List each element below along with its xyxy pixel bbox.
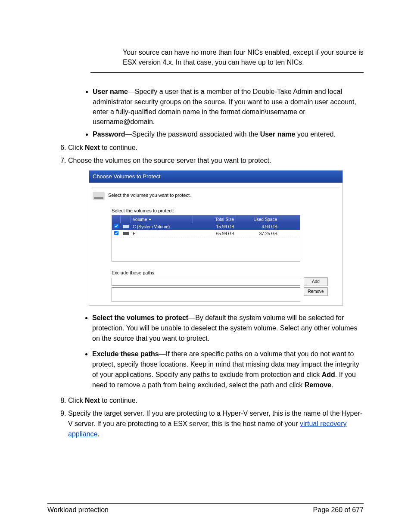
divider	[90, 72, 364, 73]
password-text-1: —Specify the password associated with th…	[125, 131, 260, 138]
b2-add: Add	[322, 371, 335, 378]
sort-asc-icon	[149, 218, 151, 220]
step6-bold: Next	[85, 144, 100, 151]
row-volume: C (System Volume)	[131, 224, 193, 230]
user-name-label: User name	[93, 88, 128, 95]
dialog-title: Choose Volumes to Protect	[89, 171, 342, 183]
step8-a: Click	[68, 397, 85, 404]
exclude-path-input[interactable]	[112, 278, 300, 286]
col-volume[interactable]: Volume	[131, 215, 193, 223]
step-7: Choose the volumes on the source server …	[68, 156, 364, 390]
bullet-select-volumes: Select the volumes to protect—By default…	[92, 313, 364, 344]
password-text-2: you entered.	[295, 131, 335, 138]
add-button[interactable]: Add	[304, 277, 328, 286]
row-total: 65.99 GB	[193, 230, 236, 237]
disk-icon	[123, 225, 129, 228]
choose-volumes-dialog: Choose Volumes to Protect Select the vol…	[89, 170, 343, 306]
table-row[interactable]: E 65.99 GB 37.25 GB	[112, 230, 300, 237]
row-total: 15.99 GB	[193, 224, 236, 230]
row-volume: E	[131, 230, 193, 237]
col-total-size[interactable]: Total Size	[193, 215, 236, 223]
bullet-exclude-paths: Exclude these paths—If there are specifi…	[92, 349, 364, 390]
dialog-desc: Select the volumes you want to protect.	[108, 190, 191, 199]
step8-bold: Next	[85, 397, 100, 404]
b2-t3: .	[331, 381, 333, 389]
step6-b: to continue.	[100, 144, 137, 151]
b1-label: Select the volumes to protect	[92, 314, 188, 321]
step-8: Click Next to continue.	[68, 395, 364, 406]
bullet-password: Password—Specify the password associated…	[93, 129, 364, 139]
step7-text: Choose the volumes on the source server …	[68, 157, 271, 164]
step-9: Specify the target server. If you are pr…	[68, 408, 364, 439]
bullet-user-name: User name—Specify a user that is a membe…	[93, 87, 364, 127]
drive-icon	[93, 192, 105, 200]
grid-header: Volume Total Size Used Space	[112, 215, 300, 223]
b2-remove: Remove	[305, 381, 331, 389]
select-label: Select the volumes to protect:	[112, 207, 340, 215]
step8-b: to continue.	[100, 397, 137, 404]
b2-label: Exclude these paths	[92, 350, 159, 358]
table-row[interactable]: C (System Volume) 15.99 GB 4.93 GB	[112, 223, 300, 230]
exclude-label: Exclude these paths:	[112, 269, 340, 277]
intro-text: Your source can have no more than four N…	[123, 47, 364, 67]
disk-icon	[123, 232, 129, 235]
footer-right: Page 260 of 677	[313, 506, 364, 514]
step9-b: .	[98, 430, 100, 438]
volumes-grid: Volume Total Size Used Space C (System V…	[112, 215, 300, 261]
password-label: Password	[93, 131, 125, 138]
password-text-bold: User name	[260, 131, 296, 138]
step-6: Click Next to continue.	[68, 143, 364, 153]
exclude-list[interactable]	[112, 287, 300, 302]
col-used-space[interactable]: Used Space	[236, 215, 279, 223]
step6-a: Click	[68, 144, 85, 151]
row-checkbox[interactable]	[114, 231, 118, 235]
remove-button[interactable]: Remove	[304, 287, 328, 296]
row-used: 37.25 GB	[236, 230, 279, 237]
user-name-text: —Specify a user that is a member of the …	[93, 88, 356, 125]
row-used: 4.93 GB	[236, 224, 279, 230]
row-checkbox[interactable]	[114, 224, 118, 228]
footer-left: Workload protection	[47, 506, 109, 514]
